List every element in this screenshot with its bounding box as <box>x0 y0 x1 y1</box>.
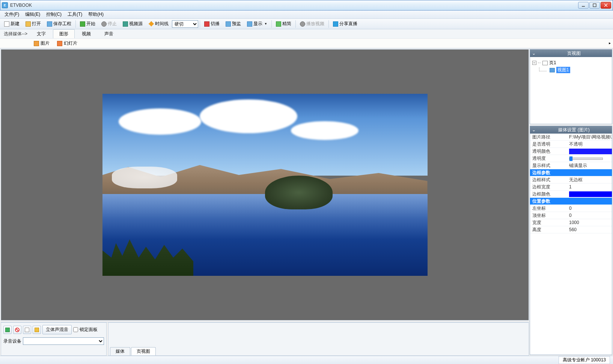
toolbar: 新建 打开 保存工程 开始 停止 视频源 时间线 硬切 切播 预监 显示▼ 精简… <box>0 19 613 29</box>
square-icon <box>25 328 29 332</box>
prop-image-path[interactable]: 图片路径F:\My\项目\网络视频\1 <box>530 134 612 141</box>
panel-title: 页视图 <box>537 50 611 57</box>
prop-border-color[interactable]: 边框颜色 <box>530 191 612 198</box>
tab-shape[interactable]: 图形 <box>53 29 75 39</box>
stop-icon <box>101 21 107 27</box>
tree-toggle-icon[interactable]: − <box>532 61 536 65</box>
disable-icon <box>15 328 20 332</box>
prop-opacity[interactable]: 透明度 <box>530 155 612 162</box>
page-icon <box>542 61 548 65</box>
menu-help[interactable]: 帮助(H) <box>85 10 107 19</box>
audio-speaker-button[interactable] <box>33 326 41 334</box>
tab-video[interactable]: 视频 <box>75 29 97 39</box>
prop-border-style[interactable]: 边框样式无边框 <box>530 176 612 184</box>
view-icon <box>550 68 555 72</box>
separator <box>271 20 272 28</box>
audio-input-button[interactable] <box>3 326 12 334</box>
color-swatch <box>569 191 612 197</box>
new-button[interactable]: 新建 <box>2 20 22 28</box>
prop-width[interactable]: 宽度1000 <box>530 219 612 226</box>
canvas-area <box>1 49 529 320</box>
prop-height[interactable]: 高度560 <box>530 226 612 233</box>
tree-node-page[interactable]: − 页1 <box>532 59 610 66</box>
maximize-button[interactable] <box>589 2 600 9</box>
tree-node-view[interactable]: 视图1 <box>532 66 610 74</box>
prop-trans-color[interactable]: 透明颜色 <box>530 148 612 155</box>
opacity-slider[interactable] <box>569 158 603 160</box>
page-view-panel: ⌄ 页视图 − 页1 视图1 <box>530 49 612 124</box>
chevron-down-icon: ▼ <box>264 22 267 26</box>
start-button[interactable]: 开始 <box>77 20 98 28</box>
prop-top[interactable]: 顶坐标0 <box>530 212 612 219</box>
stereo-mix-button[interactable]: 立体声混音 <box>42 325 72 334</box>
display-button[interactable]: 显示▼ <box>244 20 270 28</box>
media-settings-panel: ⌄ 媒体设置 (图片) 图片路径F:\My\项目\网络视频\1 是否透明不透明 … <box>530 126 612 355</box>
timeline-button[interactable]: 时间线 <box>146 20 171 28</box>
save-icon <box>47 21 52 27</box>
save-project-button[interactable]: 保存工程 <box>44 20 74 28</box>
color-swatch <box>569 149 612 154</box>
window-title: ETVBOOK <box>10 3 578 8</box>
status-account: 高级专业帐户 100013 <box>559 356 610 364</box>
play-video-button[interactable]: 播放视频 <box>297 20 327 28</box>
record-device-select[interactable] <box>23 337 104 345</box>
menu-edit[interactable]: 编辑(E) <box>22 10 43 19</box>
audio-panel: 立体声混音 锁定面板 录音设备 <box>1 322 107 356</box>
slide-icon <box>57 41 62 46</box>
prop-section-position: 位置参数 <box>530 198 612 205</box>
audio-stop-button[interactable] <box>23 326 31 334</box>
play-icon <box>80 21 85 27</box>
video-source-icon <box>123 21 128 27</box>
overflow-arrow-icon[interactable]: ▸ <box>609 41 611 45</box>
image-icon <box>34 41 39 46</box>
menu-tools[interactable]: 工具(T) <box>65 10 85 19</box>
separator <box>75 20 76 28</box>
share-live-button[interactable]: 分享直播 <box>330 20 360 28</box>
separator <box>328 20 329 28</box>
lock-panel-checkbox[interactable]: 锁定面板 <box>73 326 98 333</box>
collapse-icon[interactable]: ⌄ <box>531 127 537 132</box>
timeline-icon <box>149 21 154 27</box>
canvas-image[interactable] <box>102 94 428 276</box>
simple-button[interactable]: 精简 <box>273 20 294 28</box>
bottom-tab-media[interactable]: 媒体 <box>110 347 130 355</box>
speaker-icon <box>35 328 39 332</box>
sub-image-button[interactable]: 图片 <box>30 39 53 47</box>
tab-audio[interactable]: 声音 <box>98 29 120 39</box>
open-icon <box>26 21 31 27</box>
sub-slide-button[interactable]: 幻灯片 <box>53 39 81 47</box>
canvas-view[interactable] <box>1 50 529 320</box>
stop-button[interactable]: 停止 <box>99 20 119 28</box>
transition-select[interactable]: 硬切 <box>172 20 198 28</box>
new-icon <box>4 21 9 27</box>
prop-border-width[interactable]: 边框宽度1 <box>530 184 612 191</box>
prop-left[interactable]: 左坐标0 <box>530 205 612 212</box>
collapse-icon[interactable]: ⌄ <box>531 51 537 56</box>
cut-button[interactable]: 切播 <box>202 20 222 28</box>
svg-rect-1 <box>593 4 596 7</box>
bottom-right-panel: 媒体 页视图 <box>108 322 529 356</box>
share-icon <box>333 21 338 27</box>
preview-button[interactable]: 预监 <box>223 20 244 28</box>
minimize-button[interactable] <box>578 2 589 9</box>
mic-icon <box>5 328 10 332</box>
close-button[interactable] <box>601 2 611 9</box>
audio-disable-button[interactable] <box>13 326 21 334</box>
panel-title: 媒体设置 (图片) <box>537 127 611 133</box>
play-video-icon <box>300 21 305 27</box>
prop-is-transparent[interactable]: 是否透明不透明 <box>530 141 612 148</box>
menu-control[interactable]: 控制(C) <box>43 10 65 19</box>
menu-file[interactable]: 文件(F) <box>2 10 22 19</box>
prop-display-style[interactable]: 显示样式铺满显示 <box>530 162 612 169</box>
separator <box>200 20 200 28</box>
tab-text[interactable]: 文字 <box>30 29 52 39</box>
bottom-tab-page-view[interactable]: 页视图 <box>131 347 156 355</box>
menubar: 文件(F) 编辑(E) 控制(C) 工具(T) 帮助(H) <box>0 11 613 19</box>
titlebar: E ETVBOOK <box>0 0 613 11</box>
app-icon: E <box>2 2 8 8</box>
tree-selected-label: 视图1 <box>556 67 570 73</box>
display-icon <box>247 21 252 27</box>
video-source-button[interactable]: 视频源 <box>120 20 145 28</box>
statusbar: 高级专业帐户 100013 <box>0 356 613 364</box>
open-button[interactable]: 打开 <box>23 20 44 28</box>
